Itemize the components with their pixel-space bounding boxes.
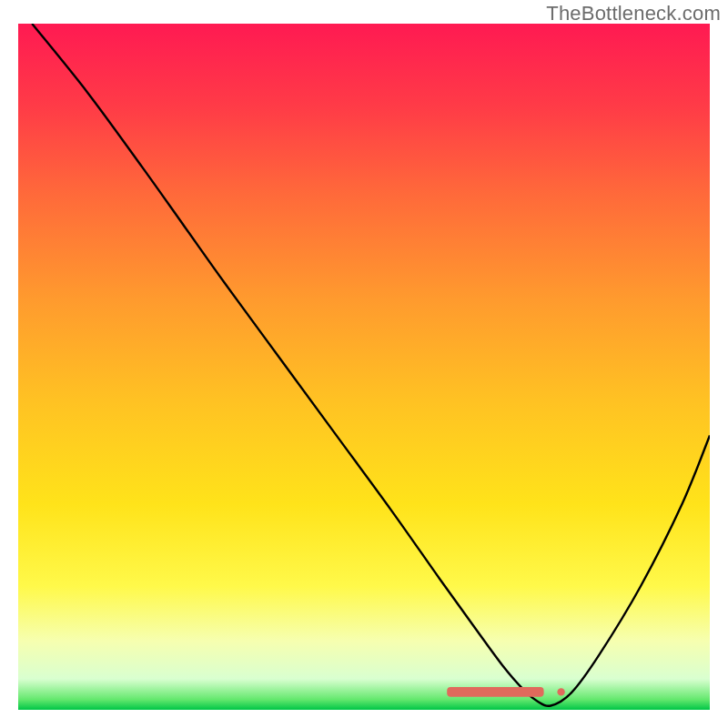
optimal-dot xyxy=(557,688,564,695)
bottleneck-chart xyxy=(18,24,710,710)
watermark-text: TheBottleneck.com xyxy=(546,2,721,25)
gradient-background xyxy=(18,24,710,710)
optimal-range-band xyxy=(447,687,543,697)
